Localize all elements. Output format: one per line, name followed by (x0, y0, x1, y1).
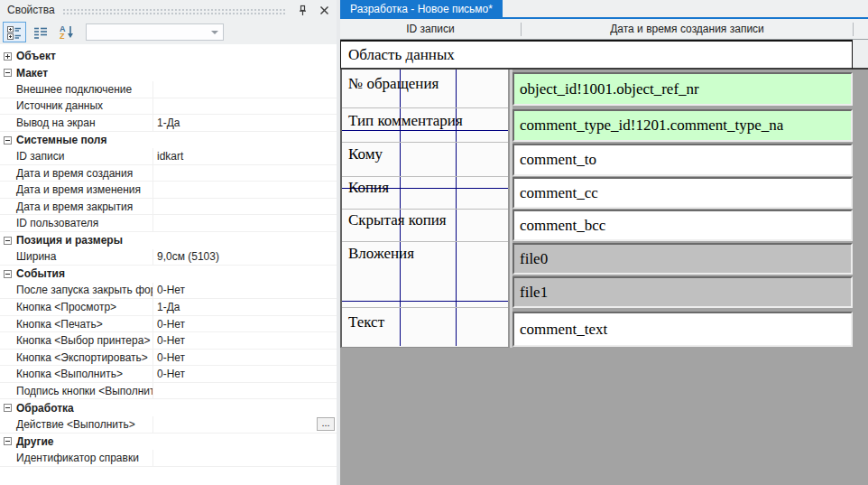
property-row[interactable]: После запуска закрыть форму0-Нет (0, 283, 337, 300)
collapse-icon[interactable] (4, 270, 12, 278)
titlebar-grip (62, 8, 286, 14)
property-name: ID пользователя (0, 217, 152, 229)
property-value[interactable]: 0-Нет (152, 283, 337, 299)
category-label: Другие (16, 435, 53, 448)
property-category-row[interactable]: Обработка (0, 399, 337, 416)
property-category-row[interactable]: Позиция и размеры (0, 232, 337, 249)
property-object-combobox[interactable] (86, 23, 224, 41)
form-field-box[interactable]: file0 (512, 243, 853, 275)
property-name: Идентификатор справки (0, 452, 152, 464)
form-field-box[interactable]: object_id!1001.object_ref_nr (512, 72, 853, 106)
property-category-row[interactable]: События (0, 266, 337, 283)
property-category-row[interactable]: Системные поля (0, 132, 337, 149)
property-value[interactable]: 0-Нет (152, 366, 337, 382)
property-row[interactable]: Кнопка <Печать>0-Нет (0, 316, 337, 333)
property-value[interactable] (152, 81, 337, 98)
form-field-box[interactable]: file1 (512, 276, 853, 308)
sort-az-icon: A Z (59, 24, 75, 40)
form-field-label[interactable]: Копия (348, 179, 389, 197)
property-row[interactable]: Вывод на экран1-Да (0, 115, 337, 132)
property-value[interactable]: idkart (152, 148, 337, 164)
label-cell-separator (342, 176, 508, 177)
form-field-box[interactable]: comment_type_id!1201.comment_type_na (512, 109, 853, 142)
property-row[interactable]: Внешнее подключение (0, 81, 337, 98)
form-field-box[interactable]: comment_to (512, 144, 853, 176)
collapse-icon[interactable] (4, 404, 12, 412)
form-field-box[interactable]: comment_text (512, 312, 853, 347)
property-value[interactable] (152, 98, 337, 115)
property-name: Вывод на экран (0, 117, 152, 129)
band-right-filler (853, 40, 868, 70)
property-value[interactable]: 0-Нет (152, 316, 337, 332)
form-field-label[interactable]: № обращения (348, 75, 439, 93)
property-row[interactable]: ID пользователя (0, 215, 337, 232)
form-field-label[interactable]: Тип комментария (348, 112, 463, 130)
property-value[interactable] (152, 182, 337, 198)
alphabetical-view-icon (32, 25, 49, 40)
form-field-label[interactable]: Текст (348, 313, 384, 331)
property-value[interactable] (152, 416, 337, 433)
properties-title: Свойства (7, 4, 55, 16)
ellipsis-button[interactable]: ... (317, 417, 335, 431)
property-value[interactable]: 0-Нет (152, 350, 337, 366)
property-value[interactable] (152, 165, 337, 182)
property-name: ID записи (0, 150, 152, 163)
collapse-icon[interactable] (4, 136, 12, 145)
property-row[interactable]: Дата и время создания (0, 165, 337, 182)
alphabetical-view-button[interactable] (29, 22, 52, 42)
collapse-icon[interactable] (4, 237, 12, 245)
property-value[interactable] (152, 215, 337, 231)
tab-designer-document[interactable]: Разработка - Новое письмо* (340, 0, 503, 17)
property-value[interactable]: 0-Нет (152, 332, 337, 349)
property-name: Кнопка <Выбор принтера> (0, 334, 152, 347)
property-row[interactable]: ID записиidkart (0, 148, 337, 165)
property-name: Дата и время изменения (0, 183, 152, 196)
property-name: После запуска закрыть форму (0, 284, 152, 296)
property-row[interactable]: Идентификатор справки (0, 450, 337, 467)
property-category-row[interactable]: Объект (0, 48, 337, 65)
collapse-icon[interactable] (4, 437, 12, 445)
designer-header-row: ID записи Дата и время создания записи (340, 19, 868, 40)
category-label: Позиция и размеры (16, 234, 123, 247)
collapse-icon[interactable] (4, 69, 12, 77)
chevron-down-icon (211, 31, 218, 34)
form-field-label[interactable]: Кому (348, 145, 383, 163)
property-value[interactable]: 9,0см (5103) (152, 249, 337, 266)
sort-az-button[interactable]: A Z (55, 22, 78, 42)
property-row[interactable]: Кнопка <Выполнить>0-Нет (0, 366, 337, 383)
form-design-surface: Область данных № обращенияТип комментари… (340, 40, 868, 485)
form-label-column: № обращенияТип комментарияКомуКопияСкрыт… (340, 70, 510, 348)
form-field-box[interactable]: comment_cc (512, 177, 853, 209)
property-row[interactable]: Подпись кнопки <Выполнить> (0, 383, 337, 400)
form-field-label[interactable]: Вложения (348, 245, 414, 263)
property-row[interactable]: Кнопка <Экспортировать>0-Нет (0, 350, 337, 367)
property-value[interactable] (152, 199, 337, 215)
property-name: Ширина (0, 250, 152, 263)
property-row[interactable]: Действие <Выполнить>... (0, 416, 337, 434)
property-value[interactable]: 1-Да (152, 299, 337, 315)
property-row[interactable]: Дата и время изменения (0, 182, 337, 199)
data-area-band[interactable]: Область данных (340, 40, 853, 70)
label-cell-separator (342, 209, 508, 210)
property-row[interactable]: Дата и время закрытия (0, 199, 337, 216)
expand-icon[interactable] (4, 52, 12, 61)
categorized-view-button[interactable] (3, 22, 26, 42)
property-value[interactable] (152, 450, 337, 466)
designer-grid-line-horizontal (342, 130, 508, 131)
property-value[interactable]: 1-Да (152, 115, 337, 131)
property-row[interactable]: Кнопка <Просмотр>1-Да (0, 299, 337, 316)
property-row[interactable]: Источник данных (0, 98, 337, 116)
form-field-label[interactable]: Скрытая копия (348, 211, 447, 229)
property-category-row[interactable]: Макет (0, 65, 337, 82)
category-label: События (16, 267, 65, 280)
property-category-row[interactable]: Другие (0, 434, 337, 451)
form-field-box[interactable]: comment_bcc (512, 210, 853, 241)
pin-button[interactable] (293, 2, 311, 18)
property-row[interactable]: Ширина9,0см (5103) (0, 249, 337, 266)
property-value[interactable] (152, 383, 337, 399)
property-row[interactable]: Кнопка <Выбор принтера>0-Нет (0, 332, 337, 350)
svg-text:Z: Z (60, 32, 65, 40)
properties-panel: Свойства (0, 0, 337, 485)
designer-panel: Разработка - Новое письмо* ID записи Дат… (340, 0, 868, 485)
close-button[interactable] (315, 2, 333, 18)
